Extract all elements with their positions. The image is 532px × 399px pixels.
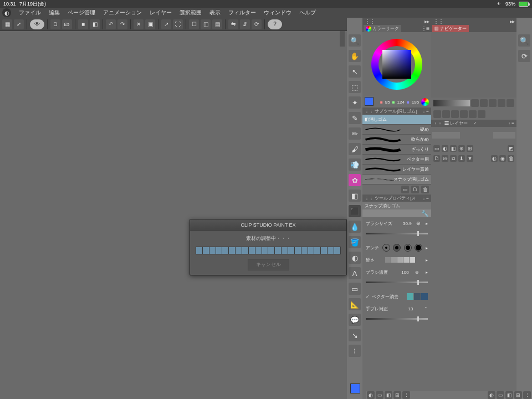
tab-navigator[interactable]: ▤ ナビゲーター	[432, 25, 469, 32]
layer-btn-1[interactable]: ▭	[433, 145, 440, 152]
subtool-group-selected[interactable]: ◧ 消しゴム	[362, 115, 431, 125]
blend-mode-select[interactable]	[432, 132, 460, 139]
bottom-btn-7[interactable]: ▭	[497, 391, 504, 399]
subtool-delete-icon[interactable]: 🗑	[421, 186, 429, 193]
far-rotate-icon[interactable]: ⟳	[518, 50, 530, 62]
layer-btn-3[interactable]: ◧	[450, 145, 457, 152]
menu-layer[interactable]: レイヤー	[146, 8, 175, 18]
help-icon[interactable]: ?	[268, 19, 282, 29]
rotate-icon[interactable]: ⟳	[252, 19, 262, 29]
drag-handle-icon[interactable]: ⋮⋮	[365, 196, 374, 201]
rgb-wheel-icon[interactable]	[421, 98, 429, 106]
subtool-item-snap[interactable]: スナップ消しゴム	[362, 175, 431, 185]
tool-text-icon[interactable]: A	[349, 267, 361, 279]
subtool-menu-icon[interactable]: ▭	[401, 186, 409, 193]
transform-icon[interactable]: ⛶	[173, 19, 183, 29]
bottom-btn-3[interactable]: ◧	[385, 391, 392, 399]
bottom-btn-5[interactable]: ⋮	[402, 391, 410, 399]
bottom-btn-4[interactable]: ⊞	[393, 391, 401, 399]
redo-icon[interactable]: ↷	[117, 19, 127, 29]
subtool-item-vector[interactable]: ベクター用	[362, 155, 431, 165]
menu-filter[interactable]: フィルター	[225, 8, 259, 18]
layer-btn-4[interactable]: ⊕	[458, 145, 465, 152]
density-slider[interactable]	[366, 282, 428, 283]
grid-icon[interactable]: ▦	[2, 19, 12, 29]
bottom-btn-6[interactable]: ◐	[488, 391, 495, 399]
drag-handle-icon[interactable]: ⋮⋮	[433, 121, 442, 126]
preset-icon-3[interactable]	[489, 99, 497, 107]
tool-line-icon[interactable]: ↘	[349, 329, 361, 341]
layer-apply-icon[interactable]: ◉	[499, 155, 506, 162]
aa-opt-4[interactable]	[415, 244, 422, 252]
flip-h-icon[interactable]: ⇋	[228, 19, 238, 29]
scale-icon[interactable]: ↗	[161, 19, 171, 29]
menu-help[interactable]: ヘルプ	[296, 8, 319, 18]
new-icon[interactable]: 🗋	[50, 19, 60, 29]
tool-move-icon[interactable]: ✋	[349, 50, 361, 62]
app-logo-icon[interactable]: ◐	[2, 8, 11, 17]
subtool-item-hard[interactable]: 硬め	[362, 125, 431, 135]
bottom-btn-10[interactable]: ⋮	[523, 391, 531, 399]
subtool-item-layer-through[interactable]: レイヤー貫通	[362, 165, 431, 175]
tool-dropper-icon[interactable]: ⁝	[349, 345, 361, 357]
preset-b1[interactable]	[433, 110, 441, 118]
tool-decoration-icon[interactable]: ✿	[349, 174, 361, 186]
preset-b5[interactable]	[469, 110, 477, 118]
layer-mask-icon[interactable]: ◐	[491, 155, 498, 162]
sel2-icon[interactable]: ◫	[201, 19, 211, 29]
tool-autoselect-icon[interactable]: ✦	[349, 96, 361, 109]
menu-selection[interactable]: 選択範囲	[176, 8, 205, 18]
fill-icon[interactable]: ▣	[145, 19, 155, 29]
subtool-add-icon[interactable]: 🗋	[411, 186, 419, 193]
flip-v-icon[interactable]: ⇵	[240, 19, 250, 29]
preset-b3[interactable]	[451, 110, 459, 118]
stabilize-slider[interactable]	[366, 318, 428, 320]
tool-eraser-icon[interactable]: ⬛	[349, 205, 361, 217]
preset-icon-2[interactable]	[480, 99, 488, 107]
aa-opt-2[interactable]	[393, 244, 401, 252]
layer-dup-icon[interactable]: ⧉	[450, 155, 457, 162]
drag-handle-icon[interactable]: ⋮⋮	[432, 18, 444, 24]
preset-icon-1[interactable]	[471, 99, 479, 107]
tool-airbrush-icon[interactable]: 💨	[349, 158, 361, 171]
bottom-btn-1[interactable]: ◐	[367, 391, 375, 399]
layer-folder-icon[interactable]: 🗁	[442, 155, 448, 162]
tool-pen-icon[interactable]: ✎	[349, 112, 361, 124]
layer-combine-icon[interactable]: ▼	[467, 155, 473, 162]
tool-figure-icon[interactable]: ▭	[349, 283, 361, 295]
vec-mode-3[interactable]	[421, 293, 428, 300]
color-wheel[interactable]	[371, 39, 422, 90]
tool-ruler-icon[interactable]: 📐	[349, 298, 361, 310]
preset-b6[interactable]	[478, 110, 485, 118]
tool-operation-icon[interactable]: ↖	[349, 65, 361, 78]
navigator-preview[interactable]	[431, 32, 516, 98]
bottom-btn-8[interactable]: ◧	[505, 391, 513, 399]
bottom-color-swatch[interactable]	[350, 383, 364, 397]
preset-b4[interactable]	[460, 110, 468, 118]
tool-zoom-icon[interactable]: 🔍	[349, 34, 361, 47]
panel-menu-icon[interactable]: ⋮≡	[420, 25, 430, 32]
layer-merge-icon[interactable]: ⬇	[458, 155, 465, 162]
menu-view[interactable]: 表示	[206, 8, 224, 18]
vec-mode-2[interactable]	[414, 293, 421, 300]
bottom-btn-9[interactable]: ⊞	[514, 391, 522, 399]
save-icon[interactable]: ■	[78, 19, 88, 29]
tool-blend-icon[interactable]: 💧	[349, 221, 361, 233]
layer-btn-5[interactable]: ⊞	[467, 145, 473, 152]
drag-handle-icon[interactable]: ⋮⋮	[365, 109, 374, 114]
panel-menu-icon[interactable]: ⋮≡	[422, 109, 429, 114]
preset-b2[interactable]	[442, 110, 450, 118]
save-as-icon[interactable]: ◧	[90, 19, 100, 29]
tool-select-icon[interactable]: ⬚	[349, 81, 361, 93]
clip-icon[interactable]: ⤢	[14, 19, 24, 29]
tool-gradient-icon[interactable]: ◐	[349, 252, 361, 264]
color-square[interactable]	[382, 50, 411, 79]
menu-page[interactable]: ページ管理	[64, 8, 99, 18]
subtool-item-soft[interactable]: 軟らかめ	[362, 135, 431, 145]
tool-pencil-icon[interactable]: ✏	[349, 127, 361, 140]
panel-menu-icon[interactable]: ⋮≡	[422, 196, 429, 201]
preset-icon-5[interactable]	[507, 99, 514, 107]
wrench-icon[interactable]: 🔧	[421, 210, 429, 217]
subtool-item-rough[interactable]: ざっくり	[362, 145, 431, 155]
bottom-btn-2[interactable]: ▭	[376, 391, 383, 399]
